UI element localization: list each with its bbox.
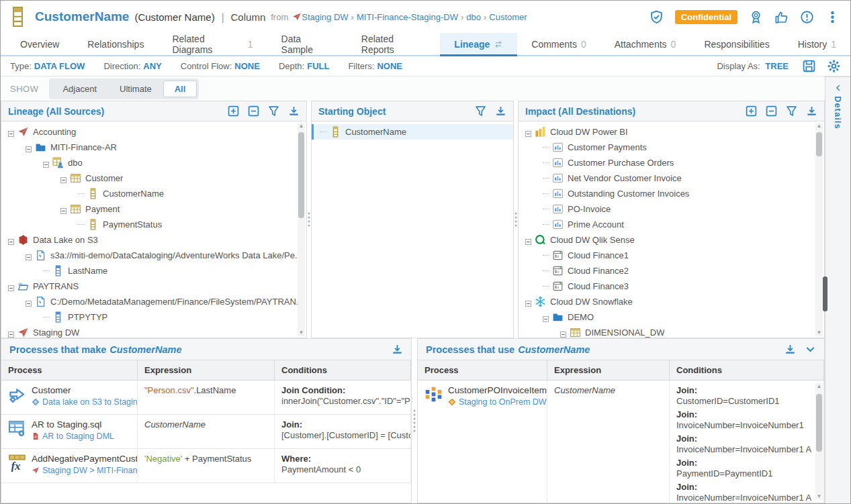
- tree-item-label[interactable]: Data Lake on S3: [33, 235, 98, 245]
- tree-item[interactable]: Cloud Finance2: [519, 263, 824, 279]
- tree-item[interactable]: Net Vendor Customer Invoice: [519, 170, 824, 186]
- tree-item[interactable]: PaymentStatus: [1, 217, 306, 232]
- filter-control-flow-[interactable]: Control Flow:NONE: [181, 61, 260, 71]
- process-sublink[interactable]: Staging to OnPrem DW > S: [448, 397, 540, 407]
- tree-expander[interactable]: [60, 206, 66, 212]
- tab-lineage[interactable]: Lineage: [440, 33, 517, 55]
- tree-item[interactable]: C:/Demo/MetadataManagement/Finance/FileS…: [1, 294, 306, 309]
- alert-circle-icon[interactable]: [800, 10, 814, 24]
- tab-history[interactable]: History1: [784, 33, 850, 55]
- tree-item-label[interactable]: Cloud DW Qlik Sense: [550, 235, 635, 245]
- sources-scrollbar[interactable]: ▲ ▼: [298, 123, 305, 336]
- chevron-left-icon[interactable]: [834, 84, 842, 92]
- tree-item[interactable]: Cloud DW Qlik Sense: [519, 232, 824, 248]
- shield-check-icon[interactable]: [650, 10, 664, 24]
- show-option-all[interactable]: All: [163, 81, 197, 97]
- process-sublink[interactable]: Data lake on S3 to Staging: [32, 397, 130, 407]
- expand-all-icon[interactable]: [746, 105, 757, 117]
- save-icon[interactable]: [802, 59, 816, 73]
- tab-responsibilities[interactable]: Responsibilities: [690, 33, 783, 55]
- filter-value[interactable]: DATA FLOW: [34, 61, 85, 71]
- tree-item-label[interactable]: PO-Invoice: [568, 204, 611, 214]
- scrollbar-thumb[interactable]: [816, 394, 822, 452]
- column-header-expression[interactable]: Expression: [547, 360, 670, 380]
- tab-data-sample[interactable]: Data Sample: [267, 33, 347, 55]
- show-option-adjacent[interactable]: Adjacent: [51, 81, 108, 97]
- tree-item-label[interactable]: Cloud Finance1: [568, 250, 629, 260]
- tree-item[interactable]: CustomerName: [1, 186, 306, 201]
- process-sublink[interactable]: Staging DW > MITI-Finance: [32, 466, 130, 475]
- award-ribbon-icon[interactable]: [749, 10, 763, 24]
- tree-expander[interactable]: [8, 237, 14, 243]
- column-header-process[interactable]: Process: [418, 360, 547, 380]
- breadcrumb-item[interactable]: MITI-Finance-Staging-DW: [357, 12, 458, 22]
- details-sidebar-tab[interactable]: Details: [825, 77, 850, 503]
- tree-item[interactable]: CustomerName: [312, 124, 513, 140]
- tree-expander[interactable]: [26, 252, 32, 258]
- scrollbar-thumb[interactable]: [816, 132, 822, 156]
- tab-related-reports[interactable]: Related Reports: [347, 33, 441, 55]
- tree-item[interactable]: PO-Invoice: [519, 201, 824, 217]
- breadcrumb-item[interactable]: dbo: [466, 12, 481, 22]
- tree-item[interactable]: MITI-Finance-AR: [1, 140, 306, 155]
- display-as-value[interactable]: TREE: [765, 61, 789, 71]
- tree-item-label[interactable]: LastName: [68, 266, 107, 276]
- tree-item-label[interactable]: PAYTRANS: [33, 281, 79, 291]
- tree-item[interactable]: PTPYTYP: [1, 309, 306, 325]
- panel-resizer[interactable]: [514, 101, 518, 338]
- collapse-all-icon[interactable]: [248, 105, 259, 117]
- filter-value[interactable]: ANY: [143, 61, 161, 71]
- tree-item-label[interactable]: Net Vendor Customer Invoice: [568, 173, 682, 183]
- tree-expander[interactable]: [525, 237, 531, 243]
- column-header-process[interactable]: Process: [1, 360, 138, 380]
- filter-icon[interactable]: [786, 105, 797, 117]
- tree-item[interactable]: Payment: [1, 201, 306, 217]
- tree-item[interactable]: Prime Account: [519, 217, 824, 232]
- process-sublink-label[interactable]: AR to Staging DML: [42, 432, 114, 441]
- scrollbar-thumb[interactable]: [298, 132, 304, 218]
- tree-expander[interactable]: [8, 283, 14, 289]
- details-label[interactable]: Details: [833, 96, 843, 130]
- tree-item-label[interactable]: PaymentStatus: [103, 219, 162, 230]
- filter-value[interactable]: FULL: [307, 61, 329, 71]
- tree-item-label[interactable]: Cloud DW Snowflake: [550, 297, 633, 307]
- kebab-menu-icon[interactable]: [825, 10, 840, 24]
- filter-depth-[interactable]: Depth:FULL: [279, 61, 330, 71]
- tree-item[interactable]: Customer Purchase Orders: [519, 155, 824, 170]
- tree-item[interactable]: Outstanding Customer Invoices: [519, 186, 824, 201]
- download-icon[interactable]: [785, 344, 796, 355]
- tree-item[interactable]: Cloud Finance3: [519, 279, 824, 294]
- tree-item-label[interactable]: Cloud Finance2: [568, 266, 629, 276]
- scroll-down-arrow[interactable]: ▼: [817, 330, 822, 336]
- process-name[interactable]: AddNegativePaymentCusto: [32, 454, 130, 464]
- filter-filters-[interactable]: Filters:NONE: [348, 61, 402, 71]
- filter-icon[interactable]: [268, 105, 279, 117]
- tree-item-label[interactable]: Accounting: [33, 127, 76, 137]
- expand-all-icon[interactable]: [228, 105, 239, 117]
- tab-relationships[interactable]: Relationships: [73, 33, 158, 55]
- scroll-down-arrow[interactable]: ▼: [299, 330, 304, 336]
- tree-item-label[interactable]: Staging DW: [33, 327, 79, 338]
- tree-item-label[interactable]: C:/Demo/MetadataManagement/Finance/FileS…: [50, 297, 304, 307]
- process-sublink[interactable]: AR to Staging DML: [32, 432, 114, 441]
- tree-item-label[interactable]: MITI-Finance-AR: [50, 142, 117, 152]
- tree-expander[interactable]: [26, 144, 32, 150]
- display-as[interactable]: Display As: TREE: [717, 61, 789, 71]
- tree-item-label[interactable]: Customer: [85, 173, 123, 183]
- tree-item[interactable]: dbo: [1, 155, 306, 170]
- tab-comments[interactable]: Comments0: [517, 33, 600, 55]
- tree-expander[interactable]: [8, 129, 14, 135]
- tree-item-label[interactable]: Prime Account: [568, 219, 624, 230]
- tree-expander[interactable]: [60, 175, 66, 181]
- tree-item-label[interactable]: PTPYTYP: [68, 312, 107, 322]
- collapse-all-icon[interactable]: [766, 105, 777, 117]
- window-scrollbar-thumb[interactable]: [823, 276, 827, 311]
- tree-item-label[interactable]: CustomerName: [345, 127, 406, 137]
- chevron-down-icon[interactable]: [805, 344, 816, 355]
- panel-resizer[interactable]: [307, 101, 311, 338]
- column-header-conditions[interactable]: Conditions: [670, 360, 824, 380]
- column-header-expression[interactable]: Expression: [138, 360, 275, 380]
- use-table-scrollbar[interactable]: ▲ ▼: [815, 383, 823, 500]
- tree-expander[interactable]: [560, 330, 566, 336]
- tab-related-diagrams[interactable]: Related Diagrams1: [158, 33, 267, 55]
